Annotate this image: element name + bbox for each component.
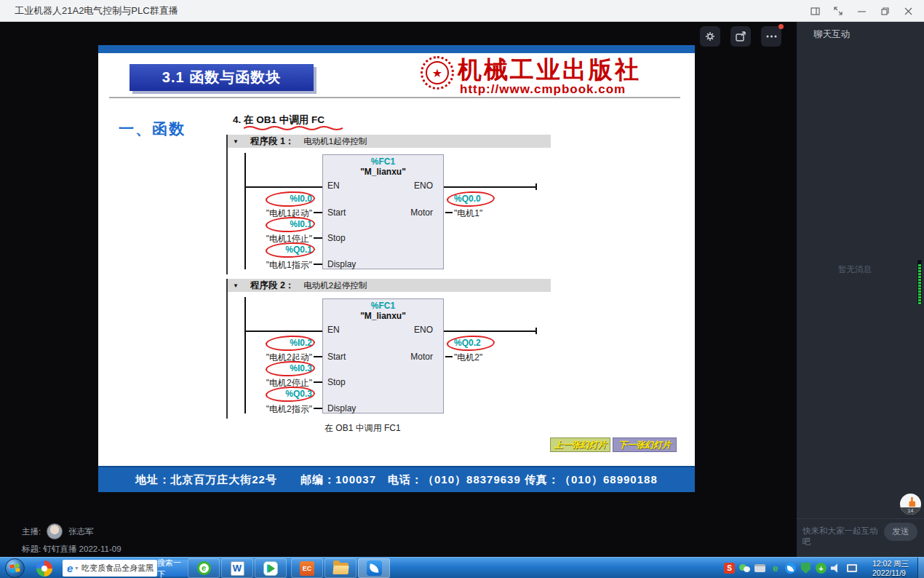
360-antivirus-icon[interactable]: + — [816, 563, 827, 574]
header-divider — [109, 97, 680, 98]
window-title: 工业机器人21A2电气控制与PLC群直播 — [15, 0, 178, 22]
chat-input[interactable]: 快来和大家一起互动吧 — [802, 526, 879, 547]
lesson-heading: 一、函数 — [119, 119, 186, 139]
share-icon[interactable] — [730, 26, 751, 47]
pin-eno: ENO — [322, 181, 439, 191]
pin-display: Display — [327, 403, 356, 413]
stream-title: 钉钉直播 2022-11-09 — [43, 545, 121, 553]
anchor-label: 主播: — [22, 526, 41, 537]
network-header[interactable]: ▼ 程序段 2： 电动机2起停控制 — [228, 279, 551, 292]
clock-date: 2022/11/9 — [872, 569, 916, 578]
chat-title: 聊天互动 — [813, 28, 850, 41]
minimize-icon[interactable] — [850, 0, 873, 22]
wps-writer-icon[interactable]: W — [221, 558, 253, 578]
pin-display: Display — [327, 259, 356, 269]
taskbar-search-input[interactable]: e ▾ 吃变质食品全身蓝黑 — [63, 560, 157, 577]
audio-level-meter — [917, 259, 923, 306]
slide-section-banner: 3.1 函数与函数块 — [130, 64, 314, 91]
like-count-badge: 14 — [900, 507, 921, 515]
pin-eno: ENO — [322, 325, 439, 335]
ie-icon: e — [67, 562, 73, 574]
presentation-slide: 3.1 函数与函数块 ★ 机械工业出版社 http://www.cmpbook.… — [98, 45, 695, 492]
slide-top-bar — [98, 45, 695, 53]
chat-divider — [797, 518, 924, 519]
file-explorer-icon[interactable] — [324, 558, 357, 578]
taskbar: e ▾ 吃变质食品全身蓝黑 搜索一下 e W EC S e + 12:02 周三… — [0, 557, 924, 578]
tencent-video-icon[interactable] — [255, 558, 287, 578]
show-desktop-button[interactable] — [917, 558, 924, 578]
clock-time: 12:02 周三 — [872, 559, 916, 569]
screen: 工业机器人21A2电气控制与PLC群直播 — [0, 0, 924, 578]
browser-360-icon[interactable] — [36, 561, 52, 577]
volume-icon[interactable] — [831, 563, 842, 574]
stream-title-label: 标题: — [22, 545, 41, 553]
audio-settings-icon[interactable] — [700, 26, 720, 47]
chevron-down-icon[interactable]: ▾ — [75, 565, 78, 571]
collapse-caret-icon[interactable]: ▼ — [233, 138, 239, 145]
publisher-url: http://www.cmpbook.com — [460, 82, 626, 97]
plc-network-1: ▼ 程序段 1： 电动机1起停控制 %FC1 "M_lianxu" EN ENO… — [226, 135, 562, 279]
chat-empty-text: 暂无消息 — [797, 264, 913, 275]
next-slide-button[interactable]: 下一张幻灯片 — [613, 438, 677, 452]
search-query: 吃变质食品全身蓝黑 — [81, 563, 154, 574]
pin-motor: Motor — [322, 207, 439, 218]
ec-app-icon[interactable]: EC — [291, 558, 323, 578]
avatar — [47, 523, 63, 539]
green-e-icon[interactable]: e — [770, 563, 781, 574]
stream-info: 主播: 张志军 标题: 钉钉直播 2022-11-09 — [22, 523, 122, 555]
search-button[interactable]: 搜索一下 — [157, 560, 188, 577]
plc-network-2: ▼ 程序段 2： 电动机2起停控制 %FC1 "M_lianxu" EN ENO… — [226, 279, 562, 423]
sogou-input-icon[interactable]: S — [724, 563, 735, 574]
wechat-icon[interactable] — [739, 563, 750, 574]
slide-footer: 地址：北京百万庄大街22号 邮编：100037 电话：（010）88379639… — [98, 466, 695, 492]
pin-motor: Motor — [322, 352, 439, 362]
thumbs-up-icon — [906, 497, 915, 507]
dingtalk-tray-icon[interactable] — [785, 563, 796, 574]
taskbar-clock[interactable]: 12:02 周三 2022/11/9 — [872, 559, 916, 578]
start-orb-icon[interactable] — [5, 558, 25, 578]
anchor-name: 张志军 — [68, 526, 94, 537]
network-icon[interactable] — [846, 563, 857, 574]
close-icon[interactable] — [896, 0, 920, 22]
360-shield-icon[interactable] — [800, 563, 811, 574]
printer-icon[interactable] — [754, 564, 765, 572]
dingtalk-icon[interactable] — [358, 558, 390, 578]
block-type: %FC1 — [322, 301, 444, 311]
block-type: %FC1 — [322, 157, 444, 167]
panel-icon[interactable] — [803, 0, 827, 22]
pin-stop: Stop — [327, 377, 346, 387]
figure-caption: 在 OB1 中调用 FC1 — [324, 422, 401, 435]
green-e-browser-icon[interactable]: e — [188, 558, 220, 578]
network-header[interactable]: ▼ 程序段 1： 电动机1起停控制 — [228, 135, 551, 148]
maximize-icon[interactable] — [873, 0, 896, 22]
notification-dot — [778, 24, 784, 29]
prev-slide-button[interactable]: 上一张幻灯片 — [550, 438, 610, 452]
live-stage: 3.1 函数与函数块 ★ 机械工业出版社 http://www.cmpbook.… — [0, 22, 797, 557]
more-icon[interactable] — [761, 26, 781, 47]
send-button[interactable]: 发送 — [884, 523, 917, 541]
block-name: "M_lianxu" — [322, 311, 444, 321]
block-name: "M_lianxu" — [322, 167, 444, 177]
fullscreen-icon[interactable] — [827, 0, 850, 22]
publisher-logo-icon: ★ — [421, 56, 454, 90]
red-underline — [244, 125, 344, 131]
window-titlebar: 工业机器人21A2电气控制与PLC群直播 — [0, 0, 924, 22]
like-button[interactable]: 14 — [900, 494, 921, 515]
collapse-caret-icon[interactable]: ▼ — [233, 282, 239, 289]
pin-stop: Stop — [327, 233, 346, 243]
chat-sidebar: 聊天互动 暂无消息 14 快来和大家一起互动吧 发送 — [797, 22, 924, 557]
